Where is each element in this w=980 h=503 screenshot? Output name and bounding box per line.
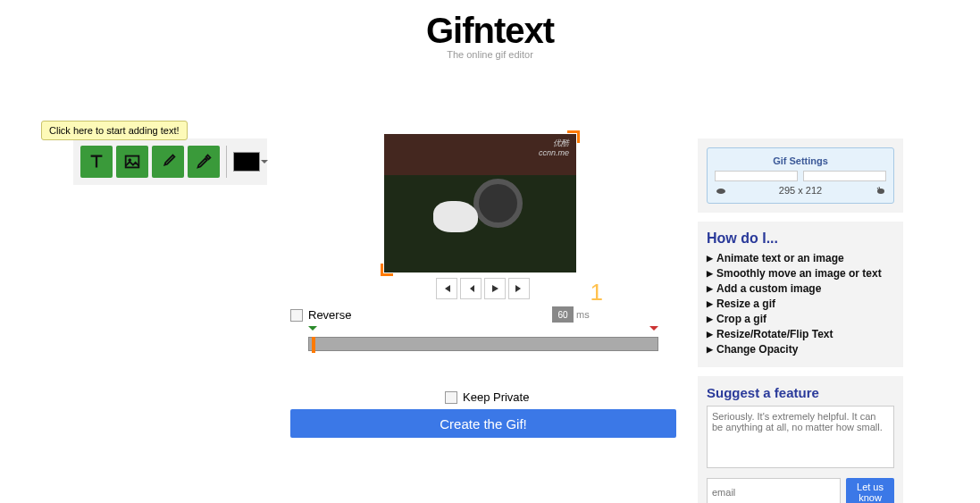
gif-watermark: ccnn.me bbox=[539, 148, 569, 157]
skip-start-icon bbox=[441, 283, 452, 294]
reverse-row: Reverse bbox=[290, 308, 351, 322]
play-icon bbox=[490, 283, 500, 294]
color-picker[interactable] bbox=[233, 152, 260, 172]
canvas-area: 优酷 ccnn.me 1 bbox=[384, 134, 581, 299]
howdo-item[interactable]: Resize a gif bbox=[707, 298, 894, 310]
svg-point-2 bbox=[716, 189, 725, 194]
reverse-checkbox[interactable] bbox=[290, 309, 303, 322]
howdo-title: How do I... bbox=[707, 231, 894, 247]
howdo-item[interactable]: Animate text or an image bbox=[707, 252, 894, 264]
settings-slider-1[interactable] bbox=[715, 171, 798, 181]
draw-tool-button[interactable] bbox=[152, 146, 184, 178]
settings-title: Gif Settings bbox=[715, 155, 886, 166]
howdo-item[interactable]: Change Opacity bbox=[707, 343, 894, 356]
suggest-textarea[interactable] bbox=[707, 406, 894, 468]
delay-row: ms bbox=[552, 306, 590, 323]
brush-icon bbox=[158, 152, 178, 172]
start-marker[interactable] bbox=[308, 326, 317, 335]
eyedropper-tool-button[interactable] bbox=[188, 146, 220, 178]
gif-settings-panel: Gif Settings 295 x 212 bbox=[698, 138, 903, 213]
howdo-item[interactable]: Smoothly move an image or text bbox=[707, 267, 894, 280]
timeline[interactable] bbox=[308, 337, 658, 351]
rabbit-icon bbox=[874, 186, 886, 195]
crop-handle-tr[interactable] bbox=[567, 130, 580, 143]
let-us-know-button[interactable]: Let us know bbox=[846, 478, 894, 503]
dimensions: 295 x 212 bbox=[779, 185, 822, 196]
toolbar bbox=[73, 138, 267, 185]
reverse-label: Reverse bbox=[308, 308, 351, 322]
timeline-handle[interactable] bbox=[312, 337, 315, 353]
turtle-icon bbox=[715, 186, 727, 195]
frame-number: 1 bbox=[591, 279, 603, 306]
gif-graphic bbox=[473, 179, 523, 228]
howdo-item[interactable]: Resize/Rotate/Flip Text bbox=[707, 328, 894, 340]
skip-end-icon bbox=[514, 283, 524, 294]
email-input[interactable] bbox=[707, 478, 841, 503]
tooltip-start-text: Click here to start adding text! bbox=[41, 121, 188, 140]
image-icon bbox=[122, 152, 142, 172]
timeline-markers bbox=[308, 326, 658, 335]
tagline: The online gif editor bbox=[0, 49, 980, 60]
keep-private-row: Keep Private bbox=[445, 390, 529, 404]
howdo-panel: How do I... Animate text or an image Smo… bbox=[698, 222, 903, 367]
svg-rect-0 bbox=[126, 156, 139, 168]
suggest-title: Suggest a feature bbox=[707, 385, 894, 400]
delay-input[interactable] bbox=[552, 306, 574, 323]
keep-private-checkbox[interactable] bbox=[445, 391, 457, 404]
logo: Gifntext bbox=[0, 11, 980, 51]
skip-end-button[interactable] bbox=[508, 278, 530, 299]
prev-frame-button[interactable] bbox=[460, 278, 482, 299]
keep-private-label: Keep Private bbox=[463, 390, 529, 404]
create-gif-button[interactable]: Create the Gif! bbox=[290, 409, 676, 438]
skip-start-button[interactable] bbox=[436, 278, 457, 299]
header: Gifntext The online gif editor bbox=[0, 0, 980, 60]
crop-handle-bl[interactable] bbox=[381, 264, 393, 276]
gif-graphic bbox=[433, 201, 478, 232]
settings-slider-2[interactable] bbox=[803, 171, 886, 181]
gif-image: 优酷 ccnn.me bbox=[384, 134, 576, 272]
play-button[interactable] bbox=[484, 278, 506, 299]
text-tool-button[interactable] bbox=[80, 146, 113, 178]
image-tool-button[interactable] bbox=[116, 146, 148, 178]
end-marker[interactable] bbox=[649, 326, 658, 335]
text-icon bbox=[87, 152, 106, 172]
suggest-panel: Suggest a feature Let us know bbox=[698, 376, 903, 503]
playback-controls bbox=[384, 278, 581, 299]
eyedropper-icon bbox=[194, 152, 214, 172]
sidebar: Gif Settings 295 x 212 How do I... Anima… bbox=[698, 138, 903, 503]
prev-icon bbox=[465, 283, 476, 294]
delay-unit: ms bbox=[576, 309, 590, 320]
howdo-item[interactable]: Crop a gif bbox=[707, 313, 894, 325]
howdo-item[interactable]: Add a custom image bbox=[707, 282, 894, 295]
gif-preview[interactable]: 优酷 ccnn.me bbox=[384, 134, 576, 272]
toolbar-divider bbox=[226, 146, 227, 178]
